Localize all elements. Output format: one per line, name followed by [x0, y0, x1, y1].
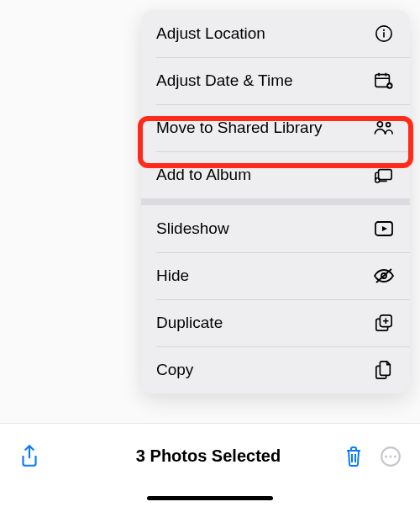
menu-item-slideshow[interactable]: Slideshow: [141, 205, 410, 252]
menu-item-label: Adjust Date & Time: [156, 71, 373, 90]
eye-slash-icon: [373, 265, 395, 287]
calendar-badge-icon: [373, 70, 395, 92]
trash-icon[interactable]: [341, 444, 366, 469]
menu-item-adjust-date-time[interactable]: Adjust Date & Time: [141, 57, 410, 104]
menu-item-duplicate[interactable]: Duplicate: [141, 299, 410, 346]
svg-point-26: [389, 455, 391, 457]
home-indicator: [147, 496, 273, 500]
two-people-icon: [373, 117, 395, 139]
menu-item-add-to-album[interactable]: Add to Album: [141, 151, 410, 198]
svg-point-27: [394, 455, 396, 457]
svg-rect-12: [379, 170, 392, 180]
menu-item-label: Add to Album: [156, 166, 373, 184]
context-menu: Adjust Location Adjust Date & Time Move: [141, 10, 410, 393]
doc-on-doc-icon: [373, 359, 395, 381]
svg-point-10: [377, 122, 382, 127]
menu-item-copy[interactable]: Copy: [141, 346, 410, 393]
menu-item-move-to-shared-library[interactable]: Move to Shared Library: [141, 104, 410, 151]
menu-item-label: Hide: [156, 267, 373, 285]
svg-point-1: [383, 29, 385, 31]
svg-point-25: [385, 455, 387, 457]
menu-item-label: Slideshow: [156, 219, 373, 238]
square-plus-icon: [373, 312, 395, 334]
ellipsis-circle-icon[interactable]: [378, 444, 403, 469]
menu-item-label: Adjust Location: [156, 24, 373, 43]
menu-item-label: Move to Shared Library: [156, 119, 373, 137]
svg-point-11: [386, 123, 391, 127]
selection-count-title: 3 Photos Selected: [76, 446, 341, 466]
menu-item-adjust-location[interactable]: Adjust Location: [141, 10, 410, 57]
album-add-icon: [373, 164, 395, 186]
menu-separator: [141, 198, 410, 205]
play-rect-icon: [373, 218, 395, 240]
menu-item-label: Copy: [156, 361, 373, 379]
menu-item-label: Duplicate: [156, 314, 373, 332]
menu-item-hide[interactable]: Hide: [141, 252, 410, 299]
share-icon[interactable]: [17, 444, 42, 469]
bottom-toolbar: 3 Photos Selected: [0, 423, 420, 507]
info-pin-icon: [373, 23, 395, 45]
